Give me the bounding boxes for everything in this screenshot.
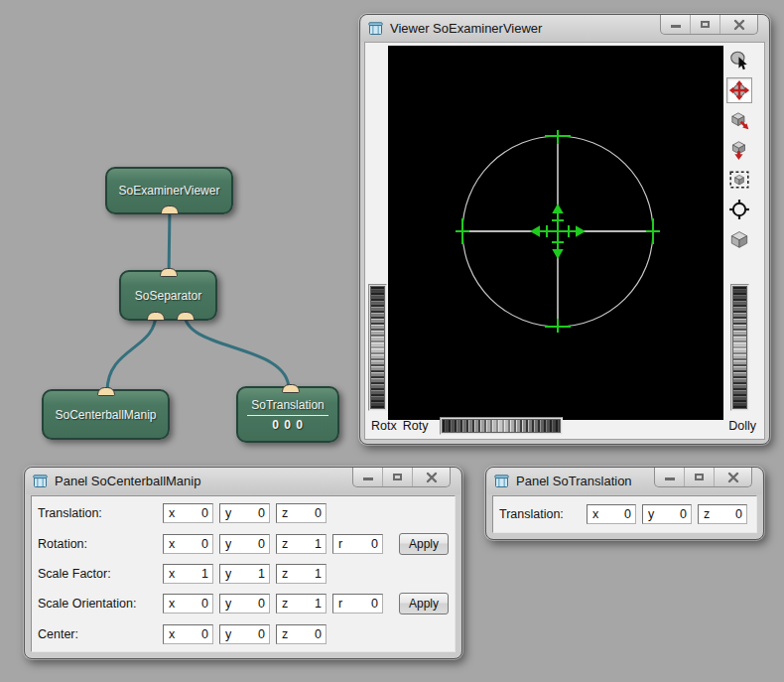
axis-label: r [338,597,342,611]
axis-label: x [169,567,175,581]
node-divider [247,415,328,416]
vector-field-x[interactable]: x 0 [163,534,213,554]
view-all-button[interactable] [726,167,752,193]
vector-field-z[interactable]: z 1 [276,534,327,554]
maximize-icon [393,474,402,480]
viewer-client-area: Rotx Roty Dolly [364,42,765,440]
axis-value: 0 [315,627,322,641]
center-row: Center: x 0 y 0 z 0 [38,619,449,649]
vector-field-y[interactable]: y 1 [219,564,270,584]
pick-arrow-icon [728,50,750,71]
close-button[interactable] [720,15,757,34]
axis-label: x [169,506,175,520]
minimize-icon [363,477,373,480]
output-port[interactable] [161,205,179,214]
axis-label: z [282,627,288,641]
vector-field-z[interactable]: z 0 [276,503,327,523]
axis-value: 0 [201,627,208,641]
node-label: SoExaminerViewer [119,184,220,198]
rotation-row: Rotation: x 0 y 0 z 1 r 0 Apply [38,529,449,559]
panel-titlebar[interactable]: Panel SoCenterballManip [26,468,460,494]
vector-field-x[interactable]: x 1 [163,564,213,584]
rotate-view-icon [728,79,750,101]
vector-field-x[interactable]: x 0 [587,504,636,524]
roty-thumbwheel[interactable] [440,417,563,435]
vector-field-y[interactable]: y 0 [642,504,692,524]
node-soseparator[interactable]: SoSeparator [119,270,217,321]
close-button[interactable] [413,468,450,486]
vector-field-y[interactable]: y 0 [219,503,270,523]
vector-field-y[interactable]: y 0 [219,534,270,554]
minimize-icon [671,25,681,28]
node-sotranslation[interactable]: SoTranslation 0 0 0 [236,386,339,443]
axis-label: y [225,627,231,641]
axis-label: z [704,507,710,521]
input-port[interactable] [97,387,115,396]
vector-field-r[interactable]: r 0 [332,594,383,614]
axis-label: z [282,567,288,581]
axis-value: 0 [258,597,265,611]
panel-titlebar[interactable]: Panel SoTranslation [487,468,762,494]
seek-button[interactable] [726,197,752,222]
row-label: Rotation: [38,537,163,551]
minimize-button[interactable] [661,15,691,34]
window-controls [654,468,752,487]
minimize-button[interactable] [353,468,383,486]
maximize-button[interactable] [691,15,720,34]
rotx-label: Rotx [371,419,397,433]
3d-viewport[interactable] [388,46,723,420]
vector-field-z[interactable]: z 0 [276,624,327,644]
maximize-button[interactable] [383,468,413,486]
output-port[interactable] [147,312,165,321]
vector-field-z[interactable]: z 1 [276,594,327,614]
node-soexaminerviewer[interactable]: SoExaminerViewer [105,167,233,214]
vector-field-y[interactable]: y 0 [219,594,270,614]
vector-field-x[interactable]: x 0 [163,624,213,644]
axis-value: 0 [201,597,208,611]
camera-cube-icon [728,228,750,250]
viewer-bottom-bar: Rotx Roty Dolly [365,413,764,439]
axis-value: 0 [371,537,378,551]
maximize-button[interactable] [685,468,715,486]
home-button[interactable] [726,107,752,133]
viewer-titlebar[interactable]: Viewer SoExaminerViewer [361,15,768,42]
axis-label: z [282,597,288,611]
translation-row: Translation: x 0 y 0 z 0 [38,498,449,528]
axis-label: y [225,597,231,611]
pick-mode-button[interactable] [726,48,752,73]
axis-value: 1 [315,567,322,581]
apply-button[interactable]: Apply [399,593,449,614]
vector-field-z[interactable]: z 1 [276,564,327,584]
scale-orientation-row: Scale Orientation: x 0 y 0 z 1 r 0 Apply [38,589,449,618]
window-icon [368,21,384,36]
axis-label: y [225,567,231,581]
vector-field-y[interactable]: y 0 [219,624,270,644]
seek-crosshair-icon [728,199,750,220]
viewer-window: Viewer SoExaminerViewer [359,14,770,445]
node-socenterballmanip[interactable]: SoCenterballManip [42,389,170,440]
vector-field-x[interactable]: x 0 [163,594,213,614]
rotx-thumbwheel[interactable] [368,284,387,411]
minimize-button[interactable] [655,468,685,486]
vector-field-z[interactable]: z 0 [698,504,747,524]
thumbwheel-ribs [442,419,561,433]
vector-field-x[interactable]: x 0 [163,503,213,523]
set-home-button[interactable] [726,137,752,163]
view-mode-button[interactable] [726,77,752,103]
output-port[interactable] [177,312,195,321]
axis-value: 0 [735,507,742,521]
close-icon [426,472,438,483]
axis-value: 1 [258,567,265,581]
axis-label: r [338,537,342,551]
input-port[interactable] [160,268,178,277]
dolly-thumbwheel[interactable] [730,284,749,411]
vector-field-r[interactable]: r 0 [332,534,383,554]
panel-content: Translation: x 0 y 0 z 0 Rotation: x [31,495,456,652]
row-label: Center: [38,627,163,641]
row-label: Translation: [499,507,587,521]
input-port[interactable] [282,384,300,393]
translation-row: Translation: x 0 y 0 z 0 [499,499,750,529]
camera-type-button[interactable] [726,226,752,252]
close-button[interactable] [715,468,751,486]
apply-button[interactable]: Apply [399,533,449,555]
